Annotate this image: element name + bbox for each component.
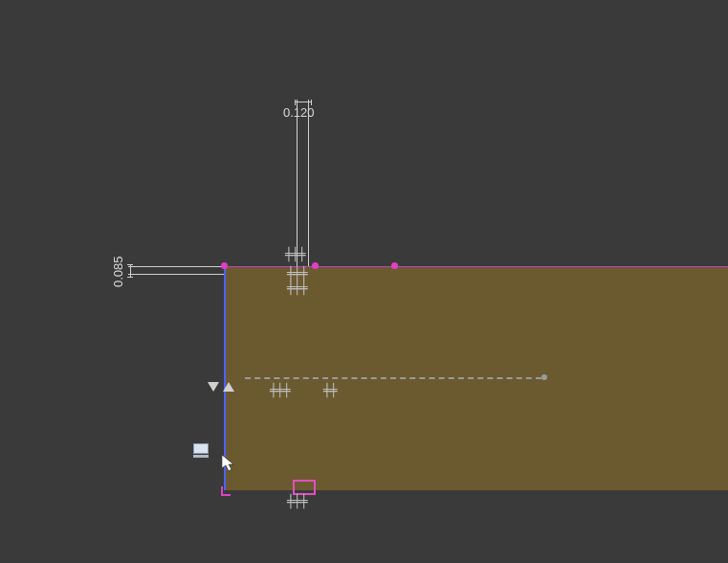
selection-handle[interactable] [293,480,316,495]
rebar-symbol: ╪╪╪ [270,383,289,397]
grip-node[interactable] [312,262,319,269]
dimension-top-witness-2 [308,100,309,266]
dimension-left-witness-2 [128,274,224,275]
grip-node[interactable] [391,262,398,269]
level-marker-down-icon[interactable] [208,382,219,392]
level-marker-up-icon[interactable] [223,382,234,392]
rebar-symbol: ╪╪╪ [287,281,306,295]
rebar-symbol: ╪╪╪ [287,494,306,508]
corner-grip[interactable] [221,486,231,496]
cad-viewport[interactable]: 0.120 0.085 ╪╪╪ ╪╪╪ ╪╪╪ ╪╪╪ ╪╪ ╪╪╪ [0,0,728,563]
dimension-left-tick-bottom [127,277,133,278]
computer-icon [193,443,209,457]
rebar-symbol: ╪╪ [323,383,337,397]
dimension-left-value[interactable]: 0.085 [111,256,125,287]
rebar-symbol: ╪╪╪ [287,266,306,281]
reference-line[interactable] [245,377,541,379]
grip-node[interactable] [221,262,228,269]
dimension-left-tick-top [127,264,133,265]
dimension-top-witness-1 [297,100,298,266]
dimension-left-bar [130,264,131,278]
rebar-symbol: ╪╪╪ [285,247,304,261]
dimension-top-bar [295,101,312,102]
dimension-top-value[interactable]: 0.120 [283,105,315,120]
dimension-left-witness-1 [128,266,224,267]
reference-line-endpoint[interactable] [541,374,547,380]
